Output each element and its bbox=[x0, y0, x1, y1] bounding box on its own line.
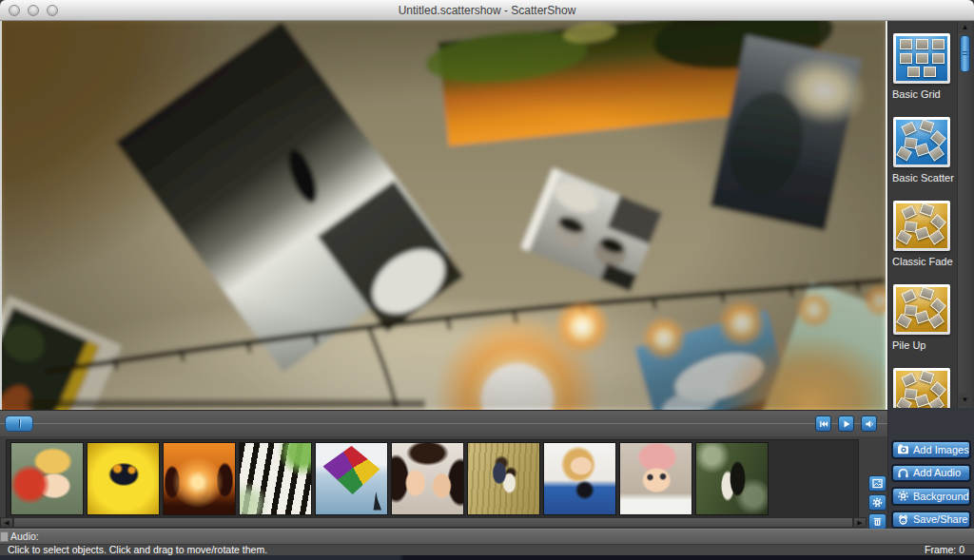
crown-face-icon bbox=[897, 513, 909, 526]
template-mini-photo bbox=[915, 310, 930, 323]
template-mini-photo bbox=[901, 289, 916, 303]
media-thumbnail-strip[interactable] bbox=[6, 439, 859, 518]
template-item-pile-up: Pile Up bbox=[893, 284, 958, 351]
template-mini-photo bbox=[907, 67, 920, 77]
preview-area[interactable] bbox=[0, 21, 887, 410]
template-scrollbar[interactable]: ▲ ▼ bbox=[957, 21, 972, 408]
image-tool-button[interactable] bbox=[868, 475, 886, 492]
background-label: Background bbox=[913, 491, 969, 502]
playback-controls bbox=[815, 415, 877, 432]
add-images-button[interactable]: Add Images bbox=[891, 440, 971, 459]
template-preview bbox=[896, 287, 947, 332]
template-preview bbox=[896, 120, 947, 164]
template-mini-photo bbox=[915, 226, 930, 240]
status-bar: Click to select objects. Click and drag … bbox=[0, 544, 974, 555]
template-mini-photo bbox=[915, 143, 930, 156]
action-button-panel: Add Images Add Audio Background Save/Sha… bbox=[888, 408, 974, 529]
template-card[interactable] bbox=[893, 368, 950, 408]
close-window-button[interactable] bbox=[9, 5, 20, 16]
skip-start-icon bbox=[819, 419, 828, 429]
audio-label: Audio: bbox=[10, 531, 39, 542]
template-mini-photo bbox=[928, 313, 945, 328]
template-mini-photo bbox=[900, 53, 912, 64]
template-mini-photo bbox=[924, 67, 936, 77]
status-message: Click to select objects. Click and drag … bbox=[8, 545, 267, 555]
timeline-scrubber-handle[interactable] bbox=[5, 415, 33, 432]
horizontal-scroll-track[interactable] bbox=[13, 517, 853, 528]
template-mini-photo bbox=[901, 205, 916, 220]
media-thumbnail-zebra[interactable] bbox=[240, 443, 311, 514]
trash-icon bbox=[872, 516, 883, 527]
template-label: Classic Fade bbox=[892, 256, 958, 267]
template-label: Basic Grid bbox=[892, 88, 958, 100]
media-tools bbox=[868, 475, 886, 530]
template-mini-photo bbox=[920, 203, 935, 217]
template-card[interactable] bbox=[893, 284, 950, 335]
delete-tool-button[interactable] bbox=[868, 513, 886, 530]
template-card[interactable] bbox=[893, 201, 950, 251]
media-horizontal-scrollbar[interactable]: ◀ ▶ bbox=[0, 517, 867, 528]
template-preview bbox=[896, 203, 947, 248]
add-audio-button[interactable]: Add Audio bbox=[891, 464, 971, 483]
add-images-label: Add Images bbox=[913, 444, 969, 455]
media-thumbnail-sunflower[interactable] bbox=[88, 443, 159, 514]
scroll-up-icon[interactable]: ▲ bbox=[958, 21, 972, 33]
background-button[interactable]: Background bbox=[891, 487, 971, 506]
media-thumbnail-photographer[interactable] bbox=[544, 443, 615, 514]
template-mini-photo bbox=[901, 373, 916, 387]
media-thumbnail-kite[interactable] bbox=[316, 443, 387, 514]
audio-bar: Audio: bbox=[0, 529, 974, 544]
settings-tool-button[interactable] bbox=[868, 494, 886, 511]
template-mini-photo bbox=[900, 39, 912, 49]
media-thumbnail-child[interactable] bbox=[11, 443, 83, 514]
camera-icon bbox=[897, 443, 909, 455]
template-item-basic-grid: Basic Grid bbox=[893, 33, 958, 100]
template-mini-photo bbox=[932, 53, 945, 64]
scroll-left-icon[interactable]: ◀ bbox=[0, 517, 13, 528]
scrollbar-thumb[interactable] bbox=[960, 35, 970, 72]
media-thumbnail-women[interactable] bbox=[392, 443, 463, 514]
template-item-basic-scatter: Basic Scatter bbox=[893, 117, 958, 183]
template-preview bbox=[896, 36, 947, 81]
app-window: Untitled.scattershow - ScatterShow bbox=[0, 0, 974, 560]
image-icon bbox=[872, 478, 883, 489]
timeline-track[interactable] bbox=[0, 423, 887, 424]
template-label: Basic Scatter bbox=[892, 172, 958, 183]
template-mini-photo bbox=[932, 39, 945, 49]
titlebar[interactable]: Untitled.scattershow - ScatterShow bbox=[0, 0, 974, 21]
headphones-icon bbox=[897, 467, 909, 479]
play-icon bbox=[842, 419, 851, 429]
template-mini-photo bbox=[930, 130, 946, 146]
template-item-partial bbox=[893, 368, 958, 408]
zoom-window-button[interactable] bbox=[47, 5, 58, 16]
window-title: Untitled.scattershow - ScatterShow bbox=[0, 4, 974, 17]
play-button[interactable] bbox=[838, 415, 854, 432]
media-thumbnail-field-couple[interactable] bbox=[468, 443, 539, 514]
template-mini-photo bbox=[915, 394, 930, 407]
window-controls bbox=[9, 5, 58, 16]
media-thumbnail-party[interactable] bbox=[164, 443, 235, 514]
template-panel: Basic Grid Basic Scatter Classic Fade Pi… bbox=[888, 21, 974, 408]
template-list: Basic Grid Basic Scatter Classic Fade Pi… bbox=[893, 33, 958, 408]
template-label: Pile Up bbox=[892, 339, 958, 351]
slideshow-preview-canvas[interactable] bbox=[2, 21, 886, 410]
save-share-button[interactable]: Save/Share bbox=[891, 511, 971, 530]
template-mini-photo bbox=[930, 298, 946, 314]
template-mini-photo bbox=[928, 145, 945, 161]
vignette bbox=[2, 21, 886, 410]
scroll-right-icon[interactable]: ▶ bbox=[853, 517, 867, 528]
gear-icon bbox=[872, 497, 883, 508]
scroll-down-icon[interactable]: ▼ bbox=[958, 394, 972, 406]
template-mini-photo bbox=[928, 229, 945, 244]
template-mini-photo bbox=[930, 381, 946, 397]
mute-button[interactable] bbox=[861, 415, 877, 432]
template-mini-photo bbox=[930, 214, 946, 230]
minimize-window-button[interactable] bbox=[28, 5, 39, 16]
speaker-icon bbox=[865, 419, 874, 429]
template-card[interactable] bbox=[893, 117, 950, 167]
media-thumbnail-wedding[interactable] bbox=[696, 443, 768, 514]
media-thumbnail-baby[interactable] bbox=[620, 443, 692, 514]
skip-start-button[interactable] bbox=[815, 415, 831, 432]
timeline-bar[interactable] bbox=[0, 410, 887, 436]
template-card[interactable] bbox=[893, 33, 950, 84]
